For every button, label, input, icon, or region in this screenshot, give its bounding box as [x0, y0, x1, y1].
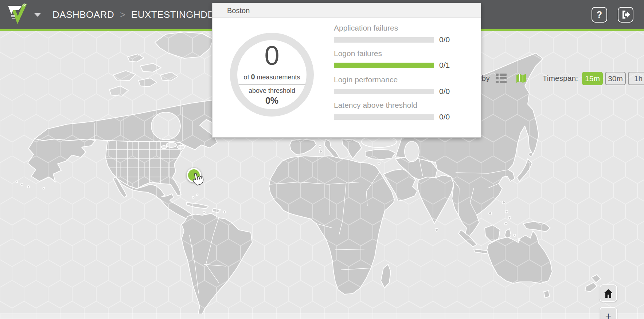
gauge-of-prefix: of	[243, 74, 249, 81]
metric-bar-track	[334, 37, 434, 43]
timespan-label: Timespan:	[543, 74, 578, 83]
help-button[interactable]: ?	[592, 7, 607, 23]
map-view-icon[interactable]	[515, 73, 527, 84]
metric-label: Logon failures	[334, 49, 472, 58]
metric-bar-fill	[334, 63, 434, 68]
metric-bar-track	[334, 63, 434, 68]
metric-bar-track	[334, 89, 434, 94]
breadcrumb-euxtestinghdd[interactable]: EUXTESTINGHDD	[131, 9, 215, 20]
gauge-value: 0	[264, 42, 279, 69]
metric-bar-track	[334, 114, 434, 120]
gauge-above-threshold-label: above threshold	[249, 87, 295, 95]
map-home-button[interactable]	[600, 284, 617, 302]
gauge-measurements-line: of 0 measurements	[243, 73, 300, 81]
city-status-popup: Boston 0 of 0 measurements above thresho…	[212, 3, 481, 138]
threshold-gauge: 0 of 0 measurements above threshold 0%	[230, 33, 314, 117]
metric-value: 0/0	[439, 113, 450, 121]
chevron-down-icon[interactable]	[34, 13, 41, 17]
timespan-15m-button[interactable]: 15m	[582, 72, 603, 85]
metric-latency-above-threshold: Latency above threshold 0/0	[334, 101, 472, 121]
gauge-divider	[239, 84, 305, 84]
metric-logon-failures: Logon failures 0/1	[334, 49, 472, 70]
gauge-of-count: 0	[251, 73, 255, 81]
metric-application-failures: Application failures 0/0	[334, 24, 472, 44]
metric-label: Application failures	[334, 24, 472, 32]
home-icon	[604, 289, 613, 298]
metric-label: Latency above threshold	[334, 101, 472, 110]
breadcrumb-dashboard[interactable]: DASHBOARD	[52, 9, 114, 20]
breadcrumb-separator-icon: >	[120, 9, 125, 20]
popup-title: Boston	[212, 3, 481, 18]
metric-value: 0/0	[439, 87, 450, 96]
metric-label: Login performance	[334, 75, 472, 84]
gauge-percent: 0%	[265, 95, 278, 106]
breadcrumb: DASHBOARD > EUXTESTINGHDD >	[52, 0, 231, 29]
gauge-of-suffix: measurements	[257, 74, 300, 81]
metric-value: 0/0	[439, 35, 450, 44]
timespan-30m-button[interactable]: 30m	[605, 72, 626, 85]
timespan-1h-button[interactable]: 1h	[628, 72, 644, 85]
metric-value: 0/1	[439, 61, 450, 70]
metric-login-performance: Login performance 0/0	[334, 75, 472, 96]
list-view-icon[interactable]	[495, 73, 507, 84]
map-zoom-in-button[interactable]: +	[600, 307, 617, 319]
sign-out-icon	[621, 10, 631, 19]
logout-button[interactable]	[618, 7, 633, 23]
goliath-logo	[7, 3, 28, 26]
